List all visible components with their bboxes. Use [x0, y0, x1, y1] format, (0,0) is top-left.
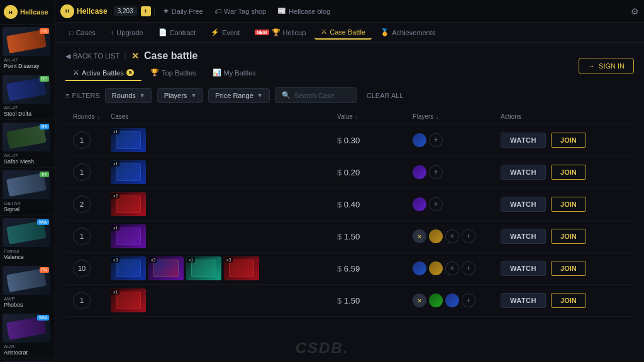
add-player-button[interactable]: + [429, 165, 443, 179]
logo-text: Hellcase [20, 8, 48, 16]
players-cell: + [413, 165, 501, 179]
join-button[interactable]: JOIN [551, 293, 586, 308]
case-inner [116, 260, 141, 277]
clear-all-button[interactable]: CLEAR ALL [362, 89, 409, 102]
battle-value: 0.20 [344, 168, 360, 177]
add-balance-button[interactable]: + [141, 6, 151, 16]
players-filter[interactable]: Players ▼ [157, 88, 204, 103]
nav-logo: H Hellcase [60, 4, 108, 18]
cases-cell: x1 [111, 288, 337, 312]
join-button[interactable]: JOIN [551, 197, 586, 212]
gun-name-label: Steel Delta [3, 111, 52, 117]
nav-hellcup[interactable]: NEW 🏆 Hellcup [248, 26, 312, 39]
sign-in-button[interactable]: → SIGN IN [579, 58, 634, 74]
value-cell: $ 1.50 [337, 296, 413, 305]
player-avatar [413, 197, 426, 211]
nav-item-blog[interactable]: 📰 Hellcase blog [272, 4, 335, 18]
gun-type-label: AWP [3, 296, 52, 302]
rounds-filter[interactable]: Rounds ▼ [105, 88, 152, 103]
search-case-input[interactable]: 🔍 Search Case [275, 87, 357, 103]
sidebar-item[interactable]: FT XM1014 Inezumi [0, 359, 55, 362]
case-inner [116, 163, 141, 181]
value-col-label: Value [337, 113, 353, 120]
nav-case-battle[interactable]: ⚔ Case Battle [314, 25, 372, 40]
nav-divider: | [153, 7, 155, 16]
battle-value: 0.40 [344, 200, 360, 209]
join-button[interactable]: JOIN [551, 261, 586, 276]
sidebar-item[interactable]: FN AK-47 Point Disarray [0, 25, 55, 72]
sidebar-item[interactable]: FT Gali AR Signal [0, 168, 55, 216]
add-player-button[interactable]: + [429, 197, 443, 211]
cases-col-label: Cases [111, 113, 128, 120]
gun-name-label: Signal [3, 206, 52, 212]
round-badge: 2 [73, 195, 91, 213]
value-cell: $ 0.40 [337, 200, 413, 209]
watch-button[interactable]: WATCH [501, 229, 546, 244]
watch-button[interactable]: WATCH [501, 261, 546, 276]
actions-col-label: Actions [501, 113, 521, 120]
add-player-button[interactable]: + [429, 133, 443, 147]
case-count-badge: x1 [111, 225, 119, 231]
item-badge: FN [40, 267, 49, 273]
case-count-badge: x3 [111, 257, 119, 263]
second-nav: □ Cases ↑ Upgrade 📄 Contract ⚡ Event NEW… [55, 23, 644, 43]
join-button[interactable]: JOIN [551, 165, 586, 180]
watch-button[interactable]: WATCH [501, 165, 546, 180]
watch-button[interactable]: WATCH [501, 133, 546, 148]
tab-top-battles[interactable]: 🏆 Top Battles [143, 65, 203, 81]
watch-button[interactable]: WATCH [501, 293, 546, 308]
item-badge: FT [40, 172, 49, 177]
case-count-badge: x1 [111, 129, 119, 134]
sidebar-item[interactable]: WW AUG Aristocrat [0, 311, 55, 359]
add-player-button[interactable]: + [445, 229, 459, 243]
sidebar-item[interactable]: WW Famas Valence [0, 216, 55, 263]
rounds-sort-icon: ↓ [97, 114, 100, 120]
item-badge: WW [37, 315, 49, 321]
add-player-button[interactable]: + [462, 293, 475, 307]
sidebar-item[interactable]: BS AK-47 Safari Mesh [0, 120, 55, 168]
search-icon: 🔍 [282, 91, 291, 99]
nav-event[interactable]: ⚡ Event [204, 26, 246, 39]
back-button[interactable]: ◀ BACK TO LIST [65, 52, 119, 60]
tab-active-battles[interactable]: ⚔ Active Battles 9 [65, 65, 142, 81]
join-button[interactable]: JOIN [551, 133, 586, 148]
sidebar-item-img: BS [3, 75, 50, 104]
bottom-logo: CSDB. [296, 339, 349, 357]
sidebar-item[interactable]: BS AK-47 Steel Delta [0, 72, 55, 120]
round-badge: 1 [73, 163, 91, 181]
join-label: JOIN [560, 136, 577, 144]
sidebar-item[interactable]: FN AWP Phobos [0, 263, 55, 311]
tab-my-battles[interactable]: 📊 My Battles [205, 65, 264, 81]
nav-achievements[interactable]: 🏅 Achievements [374, 26, 441, 39]
price-range-filter[interactable]: Price Range ▼ [208, 88, 269, 103]
nav-contract[interactable]: 📄 Contract [152, 26, 203, 39]
nav-upgrade[interactable]: ↑ Upgrade [104, 26, 150, 39]
round-badge: 10 [73, 260, 91, 277]
nav-cases[interactable]: □ Cases [63, 26, 102, 39]
case-count-badge: x2 [111, 193, 119, 199]
blog-label: Hellcase blog [289, 8, 330, 15]
battle-value: 6.59 [344, 264, 360, 273]
header-row: ◀ BACK TO LIST │ ✕ Case battle ⚔ Active … [65, 50, 634, 81]
nav-item-daily-free[interactable]: ★ Daily Free [158, 4, 208, 18]
watch-button[interactable]: WATCH [501, 197, 546, 212]
dollar-sign: $ [337, 136, 344, 145]
gun-name-label: Valence [3, 254, 52, 260]
event-label: Event [222, 29, 240, 36]
value-cell: $ 0.30 [337, 136, 413, 145]
filters-row: ≡ FILTERS Rounds ▼ Players ▼ Price Range… [65, 87, 634, 103]
active-battles-label: Active Battles [82, 69, 124, 77]
join-button[interactable]: JOIN [551, 229, 586, 244]
case-inner [116, 131, 141, 149]
add-player-button[interactable]: + [462, 229, 475, 243]
case-battle-x-icon: ✕ [131, 51, 139, 61]
add-player-button[interactable]: + [462, 261, 475, 275]
watch-label: WATCH [510, 136, 536, 144]
sidebar-item-img: FN [3, 27, 50, 56]
settings-icon[interactable]: ⚙ [631, 6, 639, 16]
nav-item-war-tag[interactable]: 🏷 War Tag shop [209, 5, 271, 18]
add-player-button[interactable]: + [445, 261, 459, 275]
actions-cell: WATCH JOIN [501, 133, 626, 148]
item-badge: FN [40, 28, 49, 34]
case-inner [191, 260, 216, 277]
